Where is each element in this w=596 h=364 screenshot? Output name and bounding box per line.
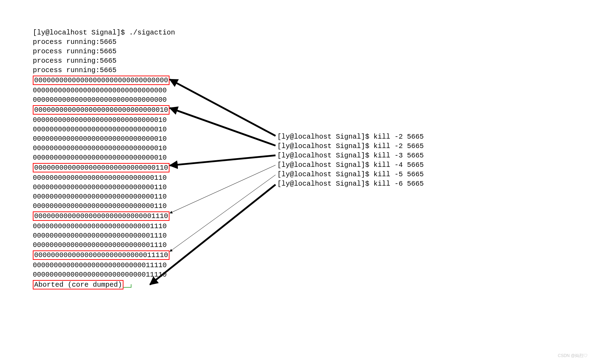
highlighted-row: 00000000000000000000000000011110 xyxy=(33,250,169,260)
shell-prompt: [ly@localhost Signal]$ ./sigaction xyxy=(33,28,175,37)
arrow xyxy=(170,175,276,251)
running-line: process running:5665 xyxy=(33,56,175,65)
arrow xyxy=(170,155,276,165)
kill-command: [ly@localhost Signal]$ kill -2 5665 xyxy=(277,141,424,151)
bitmask-row: 00000000000000000000000000000110 xyxy=(33,183,167,191)
bitmask-row: 00000000000000000000000000000010 xyxy=(33,144,167,152)
bitmask-row: 00000000000000000000000000011110 xyxy=(33,271,167,279)
kill-command: [ly@localhost Signal]$ kill -2 5665 xyxy=(277,132,424,141)
bitmask-row: 00000000000000000000000000000010 xyxy=(33,154,167,162)
process-running-block: process running:5665process running:5665… xyxy=(33,37,175,75)
kill-command: [ly@localhost Signal]$ kill -5 5665 xyxy=(277,170,424,179)
highlighted-row: 00000000000000000000000000000110 xyxy=(33,163,169,172)
bitmask-row: 00000000000000000000000000000110 xyxy=(33,174,167,182)
highlighted-row: 00000000000000000000000000001110 xyxy=(33,211,169,221)
bitmask-block: 0000000000000000000000000000000000000000… xyxy=(33,75,175,290)
bitmask-row: 00000000000000000000000000000010 xyxy=(33,135,167,143)
diagram-canvas: [ly@localhost Signal]$ ./sigaction proce… xyxy=(0,0,596,364)
highlighted-row: 00000000000000000000000000000000 xyxy=(33,76,169,85)
bitmask-row: 00000000000000000000000000000000 xyxy=(33,96,167,104)
kill-command: [ly@localhost Signal]$ kill -3 5665 xyxy=(277,151,424,160)
kill-command: [ly@localhost Signal]$ kill -6 5665 xyxy=(277,179,424,188)
bitmask-row: 00000000000000000000000000000110 xyxy=(33,193,167,201)
arrow xyxy=(170,165,276,213)
bitmask-row: 00000000000000000000000000001110 xyxy=(33,232,167,240)
arrow xyxy=(170,79,276,136)
bitmask-row: 00000000000000000000000000000010 xyxy=(33,116,167,124)
running-line: process running:5665 xyxy=(33,37,175,47)
bitmask-row: 00000000000000000000000000000110 xyxy=(33,202,167,210)
kill-command: [ly@localhost Signal]$ kill -4 5665 xyxy=(277,160,424,170)
right-terminal: [ly@localhost Signal]$ kill -2 5665[ly@l… xyxy=(277,132,424,188)
highlighted-row: Aborted (core dumped) xyxy=(33,280,123,289)
bitmask-row: 00000000000000000000000000000010 xyxy=(33,125,167,133)
running-line: process running:5665 xyxy=(33,65,175,75)
left-terminal: [ly@localhost Signal]$ ./sigaction proce… xyxy=(33,28,175,290)
bitmask-row: 00000000000000000000000000001110 xyxy=(33,222,167,230)
highlighted-row: 00000000000000000000000000000010 xyxy=(33,105,169,115)
running-line: process running:5665 xyxy=(33,47,175,56)
bitmask-row: 00000000000000000000000000001110 xyxy=(33,241,167,249)
arrow xyxy=(170,108,276,146)
watermark: CSDN @灿烈♡ xyxy=(558,351,588,361)
terminal-cursor xyxy=(123,284,131,288)
bitmask-row: 00000000000000000000000000000000 xyxy=(33,86,167,94)
bitmask-row: 00000000000000000000000000011110 xyxy=(33,261,167,269)
